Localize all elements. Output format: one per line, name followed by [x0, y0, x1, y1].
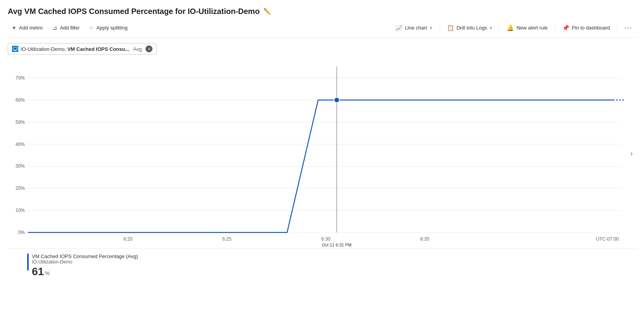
legend-value-row: 61 % [32, 265, 138, 278]
new-alert-label: New alert rule [516, 25, 547, 31]
metric-pill: IO-Utilization-Demo, VM Cached IOPS Cons… [8, 43, 157, 55]
pin-dashboard-button[interactable]: 📌 Pin to dashboard [558, 22, 614, 34]
metric-pill-aggregation: Avg [133, 46, 142, 52]
legend-resource-name: IO-Utilization-Demo [32, 259, 138, 265]
add-filter-button[interactable]: ⊿ Add filter [48, 22, 83, 34]
add-filter-icon: ⊿ [52, 24, 57, 31]
apply-splitting-icon: ⁘ [89, 24, 94, 31]
toolbar-left: ✦ Add metric ⊿ Add filter ⁘ Apply splitt… [8, 22, 391, 34]
line-chart-label: Line chart [405, 25, 427, 31]
line-chart-chevron: ∨ [429, 25, 433, 30]
toolbar-divider-3 [555, 23, 555, 33]
add-metric-button[interactable]: ✦ Add metric [8, 22, 47, 34]
new-alert-icon: 🔔 [507, 24, 514, 31]
svg-text:6:20: 6:20 [123, 236, 133, 242]
svg-text:UTC-07:00: UTC-07:00 [596, 236, 619, 242]
add-metric-label: Add metric [19, 25, 43, 31]
apply-splitting-button[interactable]: ⁘ Apply splitting [85, 22, 131, 34]
toolbar-divider-4 [617, 23, 617, 33]
svg-text:60%: 60% [16, 97, 25, 103]
chart-legend: VM Cached IOPS Consumed Percentage (Avg)… [8, 253, 636, 278]
toolbar-right: 📈 Line chart ∨ 📋 Drill into Logs ∨ 🔔 New… [391, 21, 636, 34]
apply-splitting-label: Apply splitting [96, 25, 127, 31]
svg-text:10%: 10% [16, 208, 25, 213]
add-filter-label: Add filter [60, 25, 80, 31]
metric-pill-vm-icon [12, 46, 18, 52]
metric-pills-row: IO-Utilization-Demo, VM Cached IOPS Cons… [8, 43, 636, 55]
svg-text:70%: 70% [16, 75, 25, 81]
add-metric-icon: ✦ [12, 24, 17, 31]
title-row: Avg VM Cached IOPS Consumed Percentage f… [8, 7, 636, 16]
svg-text:0%: 0% [18, 230, 25, 235]
toolbar: ✦ Add metric ⊿ Add filter ⁘ Apply splitt… [8, 21, 636, 38]
toolbar-divider-1 [440, 23, 440, 33]
more-options-button[interactable]: ··· [620, 21, 636, 34]
svg-text:6:25: 6:25 [222, 236, 232, 242]
svg-text:Oct 11 6:31 PM: Oct 11 6:31 PM [322, 243, 351, 247]
drill-logs-label: Drill into Logs [457, 25, 487, 31]
pin-dashboard-label: Pin to dashboard [572, 25, 610, 31]
drill-logs-chevron: ∨ [489, 25, 492, 30]
drill-logs-icon: 📋 [447, 24, 454, 31]
legend-unit: % [45, 270, 49, 276]
metric-pill-close-button[interactable]: × [145, 45, 152, 52]
legend-value: 61 [32, 265, 44, 278]
svg-rect-0 [13, 47, 17, 50]
more-options-icon: ··· [624, 24, 632, 32]
svg-text:6:35: 6:35 [420, 236, 429, 242]
chart-wrapper: › 70% 60% 50% 40% 30% 20% 10% 0% [8, 59, 636, 249]
drill-logs-button[interactable]: 📋 Drill into Logs ∨ [443, 22, 497, 34]
svg-text:6:30: 6:30 [321, 236, 331, 242]
svg-text:40%: 40% [16, 142, 25, 147]
edit-icon[interactable]: ✏️ [263, 8, 271, 15]
legend-text-group: VM Cached IOPS Consumed Percentage (Avg)… [32, 253, 138, 278]
new-alert-button[interactable]: 🔔 New alert rule [503, 22, 551, 34]
legend-color-bar [27, 253, 29, 270]
legend-metric-name: VM Cached IOPS Consumed Percentage (Avg) [32, 253, 138, 259]
toolbar-divider-2 [499, 23, 500, 33]
line-chart-icon: 📈 [395, 24, 403, 31]
page-title: Avg VM Cached IOPS Consumed Percentage f… [8, 7, 260, 16]
chart-svg: 70% 60% 50% 40% 30% 20% 10% 0% 6:20 6:25 [8, 59, 636, 248]
metric-pill-resource: IO-Utilization-Demo, VM Cached IOPS Cons… [21, 46, 129, 52]
page-container: Avg VM Cached IOPS Consumed Percentage f… [0, 0, 644, 282]
expand-arrow[interactable]: › [627, 144, 636, 163]
svg-text:50%: 50% [16, 120, 25, 125]
line-chart-button[interactable]: 📈 Line chart ∨ [391, 22, 436, 34]
svg-text:30%: 30% [16, 163, 25, 169]
svg-text:20%: 20% [16, 186, 25, 191]
pin-dashboard-icon: 📌 [562, 24, 570, 31]
svg-point-22 [334, 97, 339, 103]
